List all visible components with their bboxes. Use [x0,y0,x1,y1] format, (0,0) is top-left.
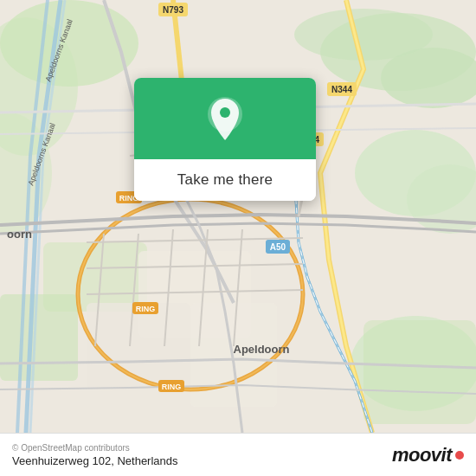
svg-text:N793: N793 [163,5,183,15]
svg-rect-11 [0,294,78,381]
svg-text:RING: RING [162,383,182,391]
svg-point-50 [220,107,230,118]
popup-card: Take me there [134,78,316,201]
map-footer: © OpenStreetMap contributors Veenhuizerw… [0,433,476,476]
svg-text:RING: RING [136,305,156,313]
moovit-logo: moovit [392,444,464,466]
moovit-dot [455,451,464,460]
attribution-text: © OpenStreetMap contributors [12,443,178,453]
popup-top [134,78,316,159]
svg-text:A50: A50 [270,242,286,252]
take-me-there-button[interactable]: Take me there [177,171,273,189]
popup-bottom[interactable]: Take me there [134,159,316,201]
svg-text:N344: N344 [331,85,352,94]
moovit-logo-text: moovit [392,444,452,466]
address-text: Veenhuizerweg 102, Netherlands [12,454,178,467]
svg-point-4 [294,9,433,61]
svg-rect-13 [363,320,476,424]
location-pin-icon [206,97,244,144]
svg-text:oorn: oorn [7,228,32,241]
map-container: N793 N344 N344 A50 RING RING RING Apeldo… [0,0,476,433]
svg-text:Apeldoorn: Apeldoorn [234,343,290,356]
footer-info: © OpenStreetMap contributors Veenhuizerw… [12,443,178,467]
